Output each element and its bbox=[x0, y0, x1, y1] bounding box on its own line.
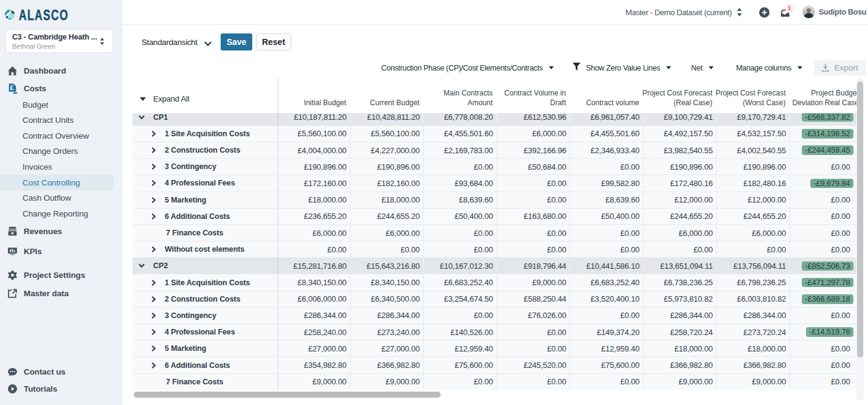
svg-text:£: £ bbox=[10, 84, 13, 91]
svg-text:1: 1 bbox=[788, 5, 791, 11]
